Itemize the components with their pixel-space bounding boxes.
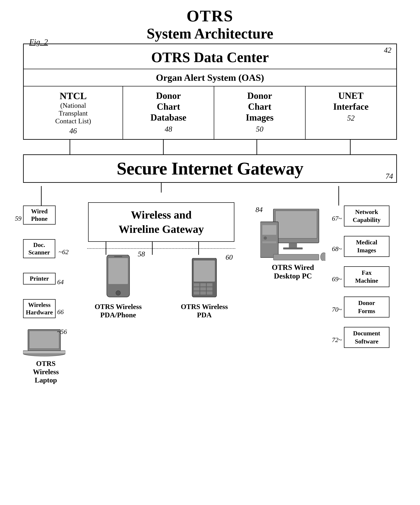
diagram-wrapper: OTRS Data Center 42 Organ Alert System (…: [23, 44, 397, 384]
ref-59: 59: [15, 215, 21, 222]
ref-72: 72~: [332, 336, 342, 344]
ref-74: 74: [386, 172, 393, 181]
vline1: [70, 140, 70, 154]
vline4: [350, 140, 350, 154]
pda-label: OTRS WirelessPDA: [181, 303, 228, 319]
pda-svg: [191, 258, 217, 300]
oas-row: Organ Alert System (OAS): [24, 69, 396, 86]
ntcl-name: NTCL: [29, 90, 118, 101]
bottom-section: 59 WiredPhone Doc.Scanner ~62 Printer 64…: [23, 183, 397, 384]
donor-forms-row: 70~ DonorForms: [332, 297, 397, 322]
ref-70: 70~: [332, 306, 342, 313]
donor-forms-box: DonorForms: [344, 297, 389, 317]
svg-rect-17: [200, 291, 206, 295]
svg-rect-10: [194, 283, 199, 286]
svg-rect-21: [289, 243, 297, 248]
wireless-hardware-row: WirelessHardware 66: [23, 299, 69, 325]
svg-rect-12: [207, 283, 212, 286]
ref-58: 58: [138, 250, 145, 258]
wireless-connectors: [69, 242, 254, 255]
ref-62: ~62: [58, 248, 69, 256]
ref-68a: 68~: [332, 245, 342, 253]
svg-rect-3: [23, 351, 65, 354]
donor-chart-images-ref: 50: [219, 125, 300, 133]
svg-rect-26: [262, 241, 276, 243]
svg-rect-27: [274, 254, 319, 260]
pdaphone-item: 58 OTRS WirelessPDA/Phone: [95, 255, 142, 319]
donor-chart-db-name: DonorChartDatabase: [128, 90, 209, 123]
subsystem-ntcl: NTCL (NationalTransplantContact List) 46: [24, 86, 123, 139]
pdaphone-label: OTRS WirelessPDA/Phone: [95, 303, 142, 319]
svg-rect-5: [108, 258, 128, 284]
svg-point-6: [116, 291, 121, 295]
ref-66: 66: [57, 308, 64, 316]
svg-rect-22: [283, 247, 303, 249]
donor-chart-images-name: DonorChartImages: [219, 90, 300, 123]
wdrop1: [106, 242, 106, 255]
desktop-area: 84: [254, 183, 332, 384]
gateway-title: Secure Internet Gateway: [29, 158, 391, 179]
svg-rect-11: [200, 283, 206, 286]
wired-phone-box: WiredPhone: [23, 206, 56, 225]
network-cap-row: 67~ NetworkCapability: [332, 206, 397, 231]
ntcl-ref: 46: [29, 126, 118, 135]
laptop-label: OTRS WirelessLaptop: [23, 360, 69, 384]
vline3: [256, 140, 257, 154]
doc-scanner-box: Doc.Scanner: [23, 239, 55, 258]
svg-rect-14: [200, 287, 206, 290]
dashed-line: [87, 248, 235, 249]
pdaphone-svg: [105, 255, 131, 300]
unet-ref: 52: [311, 114, 391, 122]
page-title: OTRS System Architecture: [13, 6, 407, 42]
pda-item: 60: [181, 258, 228, 319]
subsystem-donor-chart-db: DonorChartDatabase 48: [123, 86, 214, 139]
ref-67: 67~: [332, 215, 342, 222]
fax-machine-box: FaxMachine: [344, 266, 389, 287]
document-software-box: DocumentSoftware: [344, 327, 389, 348]
vline2: [163, 140, 164, 154]
ntcl-desc: (NationalTransplantContact List): [29, 101, 118, 125]
left-panel: 59 WiredPhone Doc.Scanner ~62 Printer 64…: [23, 183, 69, 384]
svg-rect-18: [207, 291, 212, 295]
svg-point-25: [264, 236, 267, 240]
data-center-title: OTRS Data Center: [24, 44, 396, 69]
svg-rect-20: [275, 211, 317, 238]
doc-scanner-row: Doc.Scanner ~62: [23, 239, 69, 265]
ref-56: ~56: [57, 328, 67, 335]
desktop-svg: [260, 209, 325, 261]
svg-point-28: [320, 253, 325, 261]
document-software-row: 72~ DocumentSoftware: [332, 327, 397, 353]
svg-rect-1: [29, 331, 59, 349]
subsystem-unet: UNETInterface 52: [305, 86, 396, 139]
svg-rect-15: [207, 287, 212, 290]
devices-row: 58 OTRS WirelessPDA/Phone 60: [69, 255, 254, 319]
subsystem-donor-chart-images: DonorChartImages 50: [214, 86, 305, 139]
medical-images-box: MedicalImages: [344, 236, 389, 257]
subsystems-row: NTCL (NationalTransplantContact List) 46…: [24, 86, 396, 139]
data-center-box: OTRS Data Center 42 Organ Alert System (…: [23, 44, 397, 140]
wdrop2: [152, 242, 153, 255]
desktop-label: OTRS WiredDesktop PC: [254, 263, 332, 280]
ref-42: 42: [384, 46, 391, 54]
printer-row: Printer 64: [23, 273, 69, 291]
wireless-gateway-box: Wireless and Wireline Gateway: [88, 202, 234, 242]
wdrop3: [198, 242, 199, 255]
center-area: Wireless and Wireline Gateway 58: [69, 183, 254, 384]
network-capability-box: NetworkCapability: [344, 206, 389, 227]
laptop-area: ~56: [23, 328, 69, 358]
ref-60: 60: [226, 253, 233, 261]
fax-machine-row: 69~ FaxMachine: [332, 266, 397, 292]
ref-69: 69~: [332, 275, 342, 283]
svg-rect-16: [194, 291, 199, 295]
left-vline: [41, 186, 42, 206]
svg-rect-13: [194, 287, 199, 290]
svg-rect-9: [194, 260, 215, 282]
unet-name: UNETInterface: [311, 90, 391, 112]
right-vline-top: [338, 186, 339, 206]
gateway-box: Secure Internet Gateway 74: [23, 154, 397, 183]
right-panel: 67~ NetworkCapability 68~ MedicalImages …: [332, 183, 397, 384]
connector-dc-to-gw: [23, 140, 397, 154]
svg-rect-7: [114, 256, 122, 257]
printer-box: Printer: [23, 273, 56, 284]
medical-images-row: 68~ MedicalImages: [332, 236, 397, 262]
